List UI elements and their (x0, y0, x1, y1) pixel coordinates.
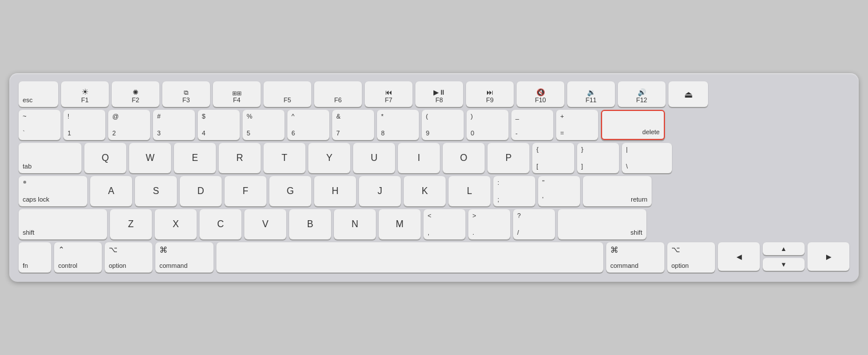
key-7[interactable]: & 7 (332, 110, 374, 140)
key-n[interactable]: N (334, 209, 376, 239)
key-6[interactable]: ^ 6 (287, 110, 329, 140)
key-arrow-down[interactable]: ▼ (763, 258, 805, 271)
key-shift-right[interactable]: shift (558, 209, 646, 239)
key-m[interactable]: M (379, 209, 421, 239)
key-arrow-left[interactable]: ◀ (718, 242, 760, 271)
key-t[interactable]: T (264, 143, 305, 173)
arrow-cluster: ◀ ▲ ▼ ▶ (718, 242, 849, 272)
key-period[interactable]: > . (468, 209, 510, 239)
key-f9[interactable]: ⏭ F9 (466, 81, 514, 107)
key-a[interactable]: A (90, 176, 132, 206)
key-j[interactable]: J (359, 176, 401, 206)
key-5[interactable]: % 5 (243, 110, 284, 140)
key-u[interactable]: U (353, 143, 395, 173)
keyboard: esc ☀ F1 ✺ F2 ⧉ F3 ⊞⊞ F4 F5 F6 ⏮ F7 ▶⏸ (9, 73, 859, 282)
key-h[interactable]: H (314, 176, 356, 206)
key-arrow-up[interactable]: ▲ (763, 242, 805, 255)
key-option-right[interactable]: ⌥ option (667, 242, 715, 272)
key-4[interactable]: $ 4 (198, 110, 240, 140)
key-c[interactable]: C (200, 209, 241, 239)
key-f6[interactable]: F6 (314, 81, 362, 107)
key-rbracket[interactable]: } ] (577, 143, 619, 173)
key-f7[interactable]: ⏮ F7 (365, 81, 412, 107)
key-arrow-right[interactable]: ▶ (807, 242, 849, 271)
qwerty-row: tab Q W E R T Y U I O P (19, 143, 849, 173)
key-l[interactable]: L (449, 176, 490, 206)
key-semicolon[interactable]: : ; (493, 176, 535, 206)
key-9[interactable]: ( 9 (422, 110, 464, 140)
key-o[interactable]: O (443, 143, 485, 173)
key-f12[interactable]: 🔊 F12 (618, 81, 666, 107)
key-slash[interactable]: ? / (513, 209, 555, 239)
key-1[interactable]: ! 1 (63, 110, 105, 140)
key-2[interactable]: @ 2 (108, 110, 150, 140)
key-s[interactable]: S (135, 176, 177, 206)
key-f11[interactable]: 🔉 F11 (567, 81, 615, 107)
key-delete[interactable]: delete (601, 110, 665, 140)
key-option-left[interactable]: ⌥ option (105, 242, 152, 272)
bottom-row: fn ⌃ control ⌥ option ⌘ command ⌘ comman… (19, 242, 849, 272)
key-control[interactable]: ⌃ control (54, 242, 102, 272)
key-p[interactable]: P (488, 143, 529, 173)
key-i[interactable]: I (398, 143, 440, 173)
fn-row: esc ☀ F1 ✺ F2 ⧉ F3 ⊞⊞ F4 F5 F6 ⏮ F7 ▶⏸ (19, 81, 849, 107)
key-capslock[interactable]: caps lock (19, 176, 87, 206)
key-space[interactable] (216, 242, 603, 272)
key-shift-left[interactable]: shift (19, 209, 107, 239)
key-return[interactable]: return (583, 176, 652, 206)
key-z[interactable]: Z (110, 209, 152, 239)
key-e[interactable]: E (174, 143, 216, 173)
key-w[interactable]: W (129, 143, 171, 173)
key-f2[interactable]: ✺ F2 (112, 81, 159, 107)
key-3[interactable]: # 3 (153, 110, 195, 140)
key-equals[interactable]: + = (556, 110, 598, 140)
shift-row: shift Z X C V B N M < , > . (19, 209, 849, 239)
key-d[interactable]: D (180, 176, 222, 206)
key-x[interactable]: X (155, 209, 197, 239)
key-8[interactable]: * 8 (377, 110, 419, 140)
key-f3[interactable]: ⧉ F3 (162, 81, 210, 107)
key-command-left[interactable]: ⌘ command (155, 242, 214, 272)
key-quote[interactable]: " ' (538, 176, 580, 206)
key-comma[interactable]: < , (424, 209, 465, 239)
key-f4[interactable]: ⊞⊞ F4 (213, 81, 261, 107)
key-f8[interactable]: ▶⏸ F8 (415, 81, 463, 107)
key-minus[interactable]: _ - (511, 110, 553, 140)
key-b[interactable]: B (289, 209, 331, 239)
key-r[interactable]: R (219, 143, 261, 173)
key-0[interactable]: ) 0 (467, 110, 508, 140)
arrow-up-down: ▲ ▼ (763, 242, 805, 271)
key-command-right[interactable]: ⌘ command (606, 242, 664, 272)
key-g[interactable]: G (269, 176, 311, 206)
key-backslash[interactable]: | \ (622, 143, 672, 173)
key-k[interactable]: K (404, 176, 446, 206)
key-f1[interactable]: ☀ F1 (61, 81, 109, 107)
key-f10[interactable]: 🔇 F10 (517, 81, 564, 107)
key-esc[interactable]: esc (19, 81, 58, 107)
key-tab[interactable]: tab (19, 143, 81, 173)
home-row: caps lock A S D F G H J K L : ; (19, 176, 849, 206)
key-eject[interactable]: ⏏ (668, 81, 708, 107)
capslock-indicator (23, 181, 26, 184)
key-backtick[interactable]: ~ ` (19, 110, 61, 140)
key-v[interactable]: V (244, 209, 286, 239)
key-lbracket[interactable]: { [ (532, 143, 574, 173)
key-y[interactable]: Y (308, 143, 350, 173)
key-f[interactable]: F (225, 176, 266, 206)
number-row: ~ ` ! 1 @ 2 # 3 $ 4 % 5 ^ 6 & 7 (19, 110, 849, 140)
key-f5[interactable]: F5 (264, 81, 311, 107)
key-fn[interactable]: fn (19, 242, 51, 272)
key-q[interactable]: Q (84, 143, 126, 173)
arrow-top-row: ◀ ▲ ▼ ▶ (718, 242, 849, 271)
